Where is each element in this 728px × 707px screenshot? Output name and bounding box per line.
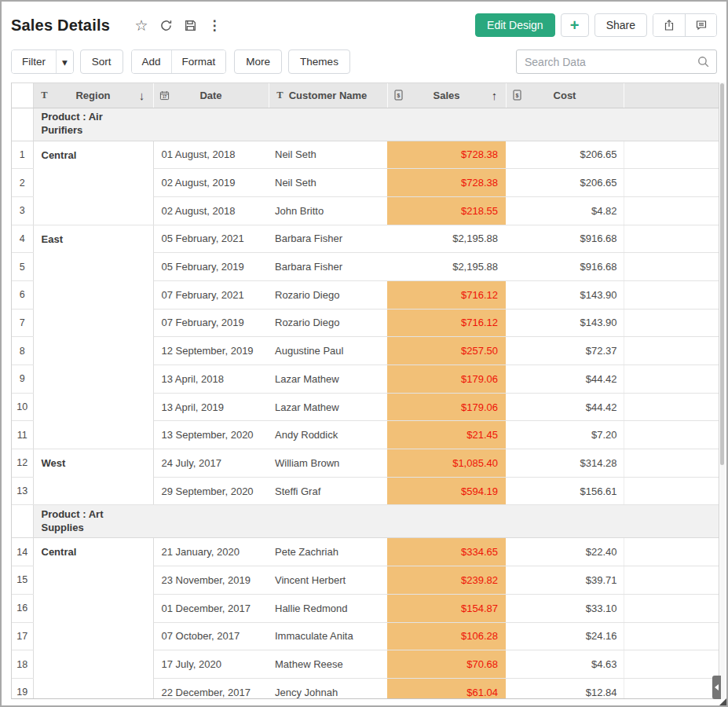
- sales-cell[interactable]: $716.12: [387, 280, 506, 309]
- sales-cell[interactable]: $179.06: [387, 365, 506, 394]
- customer-cell[interactable]: Pete Zachriah: [269, 538, 387, 566]
- customer-cell[interactable]: Vincent Herbert: [269, 566, 387, 595]
- cost-cell[interactable]: $206.65: [506, 169, 624, 197]
- group-label[interactable]: Product : Art Supplies: [33, 505, 719, 538]
- comment-icon[interactable]: [685, 14, 716, 36]
- share-button[interactable]: Share: [594, 13, 647, 37]
- search-input[interactable]: [516, 49, 717, 74]
- customer-cell[interactable]: William Brown: [269, 449, 387, 478]
- cost-cell[interactable]: $72.37: [506, 337, 624, 365]
- cost-cell[interactable]: $156.61: [506, 477, 624, 505]
- add-report-button[interactable]: +: [561, 13, 589, 37]
- sales-cell[interactable]: $728.38: [387, 169, 506, 197]
- column-header-cost[interactable]: $ Cost: [506, 83, 624, 108]
- edit-design-button[interactable]: Edit Design: [475, 13, 555, 37]
- date-cell[interactable]: 12 September, 2019: [153, 337, 269, 365]
- customer-cell[interactable]: Lazar Mathew: [269, 365, 387, 394]
- customer-cell[interactable]: Steffi Graf: [269, 477, 387, 505]
- kebab-menu-icon[interactable]: ⋮: [207, 17, 222, 33]
- scrollbar-thumb[interactable]: [720, 83, 724, 465]
- collapse-panel-handle[interactable]: [712, 676, 721, 699]
- date-cell[interactable]: 21 January, 2020: [153, 538, 269, 566]
- column-header-date[interactable]: 17 Date: [153, 83, 269, 108]
- sales-cell[interactable]: $179.06: [387, 393, 506, 421]
- date-cell[interactable]: 29 September, 2020: [153, 477, 269, 505]
- sales-cell[interactable]: $154.87: [387, 594, 506, 622]
- add-button[interactable]: Add: [132, 50, 171, 73]
- customer-cell[interactable]: Jency Johnah: [269, 678, 387, 699]
- customer-cell[interactable]: Immaculate Anita: [269, 622, 387, 650]
- region-cell[interactable]: Central: [33, 141, 153, 225]
- star-icon[interactable]: ☆: [134, 17, 149, 33]
- date-cell[interactable]: 07 February, 2019: [153, 309, 269, 337]
- cost-cell[interactable]: $4.82: [506, 196, 624, 225]
- refresh-icon[interactable]: [158, 17, 174, 33]
- sales-cell[interactable]: $21.45: [387, 421, 506, 449]
- customer-cell[interactable]: Augustine Paul: [269, 337, 387, 365]
- date-cell[interactable]: 07 February, 2021: [153, 280, 269, 309]
- cost-cell[interactable]: $143.90: [506, 309, 624, 337]
- date-cell[interactable]: 01 December, 2017: [153, 594, 269, 622]
- sales-cell[interactable]: $257.50: [387, 337, 506, 365]
- more-button[interactable]: More: [234, 49, 282, 74]
- date-cell[interactable]: 07 October, 2017: [153, 622, 269, 650]
- date-cell[interactable]: 02 August, 2019: [153, 169, 269, 197]
- region-cell[interactable]: East: [33, 225, 153, 449]
- customer-cell[interactable]: Hallie Redmond: [269, 594, 387, 622]
- sort-asc-icon[interactable]: ↑: [492, 89, 498, 102]
- customer-cell[interactable]: Barbara Fisher: [269, 253, 387, 281]
- sales-cell[interactable]: $728.38: [387, 141, 506, 169]
- sales-cell[interactable]: $218.55: [387, 196, 506, 225]
- vertical-scrollbar[interactable]: [720, 82, 725, 699]
- customer-cell[interactable]: Barbara Fisher: [269, 225, 387, 253]
- date-cell[interactable]: 05 February, 2019: [153, 253, 269, 281]
- cost-cell[interactable]: $143.90: [506, 280, 624, 309]
- date-cell[interactable]: 13 September, 2020: [153, 421, 269, 449]
- format-button[interactable]: Format: [171, 50, 226, 73]
- region-cell[interactable]: Central: [33, 538, 153, 699]
- customer-cell[interactable]: Neil Seth: [269, 169, 387, 197]
- export-icon[interactable]: [653, 14, 685, 36]
- date-cell[interactable]: 02 August, 2018: [153, 196, 269, 225]
- customer-cell[interactable]: John Britto: [269, 196, 387, 225]
- column-header-customer[interactable]: T Customer Name: [269, 83, 387, 108]
- sort-button[interactable]: Sort: [80, 49, 123, 74]
- filter-button[interactable]: Filter: [12, 50, 56, 73]
- resize-grip-icon[interactable]: [719, 698, 726, 705]
- date-cell[interactable]: 05 February, 2021: [153, 225, 269, 253]
- sales-cell[interactable]: $2,195.88: [387, 253, 506, 281]
- cost-cell[interactable]: $4.63: [506, 650, 624, 679]
- date-cell[interactable]: 23 November, 2019: [153, 566, 269, 595]
- cost-cell[interactable]: $7.20: [506, 421, 624, 449]
- sales-cell[interactable]: $2,195.88: [387, 225, 506, 253]
- date-cell[interactable]: 13 April, 2019: [153, 393, 269, 421]
- date-cell[interactable]: 17 July, 2020: [153, 650, 269, 679]
- cost-cell[interactable]: $44.42: [506, 393, 624, 421]
- customer-cell[interactable]: Rozario Diego: [269, 280, 387, 309]
- save-icon[interactable]: [182, 17, 198, 33]
- group-label[interactable]: Product : Air Purifiers: [33, 108, 719, 141]
- region-cell[interactable]: West: [33, 449, 153, 505]
- cost-cell[interactable]: $22.40: [506, 538, 624, 566]
- column-header-region[interactable]: T Region ↓: [33, 83, 153, 108]
- date-cell[interactable]: 22 December, 2017: [153, 678, 269, 699]
- sort-desc-icon[interactable]: ↓: [139, 89, 145, 102]
- cost-cell[interactable]: $12.84: [506, 678, 624, 699]
- sales-cell[interactable]: $106.28: [387, 622, 506, 650]
- customer-cell[interactable]: Lazar Mathew: [269, 393, 387, 421]
- sales-cell[interactable]: $594.19: [387, 477, 506, 505]
- column-header-sales[interactable]: $ Sales ↑: [387, 83, 506, 108]
- cost-cell[interactable]: $916.68: [506, 253, 624, 281]
- cost-cell[interactable]: $206.65: [506, 141, 624, 169]
- sales-cell[interactable]: $61.04: [387, 678, 506, 699]
- date-cell[interactable]: 13 April, 2018: [153, 365, 269, 394]
- sales-cell[interactable]: $70.68: [387, 650, 506, 679]
- customer-cell[interactable]: Rozario Diego: [269, 309, 387, 337]
- cost-cell[interactable]: $39.71: [506, 566, 624, 595]
- customer-cell[interactable]: Neil Seth: [269, 141, 387, 169]
- cost-cell[interactable]: $33.10: [506, 594, 624, 622]
- cost-cell[interactable]: $916.68: [506, 225, 624, 253]
- cost-cell[interactable]: $24.16: [506, 622, 624, 650]
- sales-cell[interactable]: $716.12: [387, 309, 506, 337]
- date-cell[interactable]: 24 July, 2017: [153, 449, 269, 478]
